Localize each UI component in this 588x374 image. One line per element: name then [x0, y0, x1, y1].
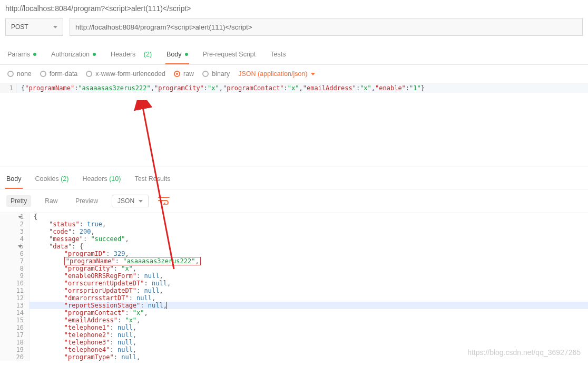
response-tabs: Body Cookies (2) Headers (10) Test Resul… — [0, 170, 588, 189]
request-tabs: Params Authorization Headers (2) Body Pr… — [0, 45, 588, 65]
mode-raw[interactable]: Raw — [41, 195, 62, 207]
json-line[interactable]: 15 "emailAddress": "x", — [0, 317, 588, 324]
json-line[interactable]: 4 "message": "succeed", — [0, 235, 588, 243]
wrap-lines-icon[interactable] — [158, 196, 170, 206]
radio-binary[interactable]: binary — [202, 70, 230, 78]
request-body-line[interactable]: {"programName":"asaaasas3alert(111)zerus… — [17, 83, 588, 93]
json-line[interactable]: 16 "telephone1": null, — [0, 324, 588, 331]
request-body-editor[interactable]: 1 {"programName":"asaaasas3alert(111)zer… — [0, 83, 588, 167]
page-title: http://localhost:8084/program?<script>al… — [0, 0, 588, 13]
response-toolbar: Pretty Raw Preview JSON — [0, 189, 588, 213]
http-method-value: POST — [11, 23, 28, 31]
format-select[interactable]: JSON — [112, 195, 149, 207]
json-line[interactable]: 2 "status": true, — [0, 220, 588, 228]
body-type-radios: none form-data x-www-form-urlencoded raw… — [0, 65, 588, 83]
resp-tab-body[interactable]: Body — [5, 170, 23, 189]
resp-tab-headers[interactable]: Headers (10) — [81, 170, 122, 189]
json-line[interactable]: 17 "telephone2": null, — [0, 331, 588, 339]
tab-params[interactable]: Params — [6, 45, 37, 64]
radio-form-data[interactable]: form-data — [40, 70, 78, 78]
json-line[interactable]: 14 "programContact": "x", — [0, 309, 588, 317]
url-input[interactable] — [70, 18, 583, 36]
tab-tests[interactable]: Tests — [269, 45, 287, 64]
json-line[interactable]: 6 "programID": 329, — [0, 250, 588, 257]
json-line[interactable]: 5 "data": { — [0, 243, 588, 250]
status-dot-icon — [93, 53, 96, 56]
json-line[interactable]: 20 "programType": null, — [0, 353, 588, 361]
json-line[interactable]: 8 "programCity": "x", — [0, 265, 588, 272]
tab-prerequest[interactable]: Pre-request Script — [202, 45, 257, 64]
radio-none[interactable]: none — [7, 70, 32, 78]
chevron-down-icon — [53, 26, 57, 28]
radio-raw[interactable]: raw — [174, 70, 194, 78]
json-line[interactable]: 3 "code": 200, — [0, 228, 588, 235]
json-line[interactable]: 7 "programName": "asaaasas3zerus222", — [0, 257, 588, 265]
json-line[interactable]: 18 "telephone3": null, — [0, 339, 588, 346]
json-line[interactable]: 12 "dmarorrsstartDT": null, — [0, 294, 588, 302]
tab-body[interactable]: Body — [165, 45, 189, 64]
tab-headers[interactable]: Headers (2) — [110, 45, 153, 64]
status-dot-icon — [185, 53, 188, 56]
json-line[interactable]: 19 "telephone4": null, — [0, 346, 588, 353]
tab-authorization[interactable]: Authorization — [50, 45, 97, 64]
resp-tab-test-results[interactable]: Test Results — [133, 170, 171, 189]
json-line[interactable]: 10 "orrscurrentUpdateDT": null, — [0, 280, 588, 287]
json-line[interactable]: 11 "orrspriorUpdateDT": null, — [0, 287, 588, 294]
response-body[interactable]: 1{2 "status": true,3 "code": 200,4 "mess… — [0, 213, 588, 361]
status-dot-icon — [33, 53, 36, 56]
chevron-down-icon — [139, 200, 143, 203]
json-line[interactable]: 13 "reportSessionStage": null, — [0, 302, 588, 309]
mode-pretty[interactable]: Pretty — [6, 195, 31, 207]
mode-preview[interactable]: Preview — [71, 195, 102, 207]
chevron-down-icon — [311, 73, 315, 75]
http-method-select[interactable]: POST — [5, 18, 63, 36]
gutter-line-number: 1 — [0, 83, 17, 93]
json-line[interactable]: 1{ — [0, 213, 588, 220]
content-type-select[interactable]: JSON (application/json) — [238, 70, 315, 78]
json-line[interactable]: 9 "enableORRSRegForm": null, — [0, 272, 588, 280]
resp-tab-cookies[interactable]: Cookies (2) — [34, 170, 70, 189]
radio-urlencoded[interactable]: x-www-form-urlencoded — [86, 70, 165, 78]
